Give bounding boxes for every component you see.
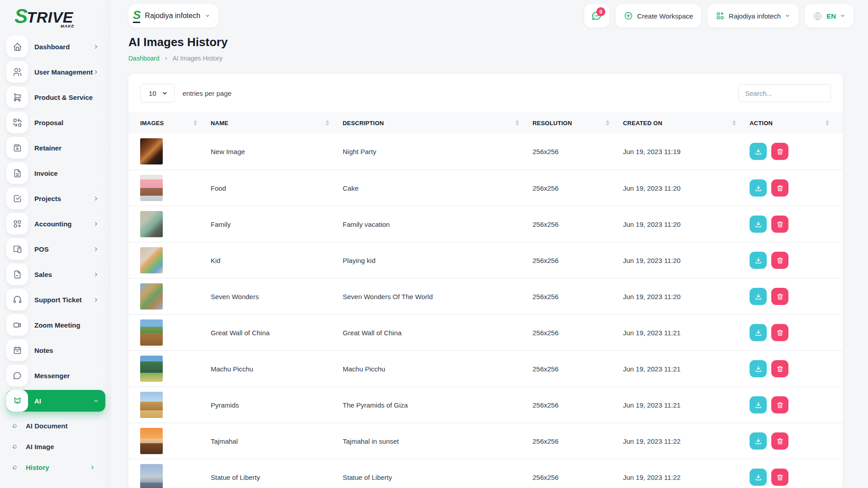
sidebar-item-pos[interactable]: POS [6,238,105,260]
delete-button[interactable] [771,179,788,197]
sidebar-item-proposal[interactable]: Proposal [6,112,105,133]
delete-button[interactable] [771,469,788,486]
sort-icon [826,120,829,126]
download-icon [755,293,762,300]
create-workspace-button[interactable]: Create Workspace [616,4,701,28]
chevron-icon [93,69,99,75]
sidebar-item-retainer[interactable]: Retainer [6,137,105,159]
ai-image-thumbnail[interactable] [140,464,163,488]
delete-button[interactable] [771,324,788,341]
ai-image-thumbnail[interactable] [140,283,163,310]
sidebar-item-user-management[interactable]: User Management [6,61,105,83]
ai-image-thumbnail[interactable] [140,138,163,164]
ai-image-thumbnail[interactable] [140,211,163,237]
sidebar-item-invoice[interactable]: Invoice [6,162,105,184]
download-button[interactable] [750,216,767,233]
delete-button[interactable] [771,143,788,160]
column-header-resolution[interactable]: RESOLUTION [533,120,623,127]
download-button[interactable] [750,396,767,413]
sidebar-item-label: Notes [34,347,99,354]
description-cell: Cake [343,184,533,192]
name-cell: Food [211,184,343,192]
delete-button[interactable] [771,396,788,413]
ai-image-thumbnail[interactable] [140,428,163,454]
entries-per-page-label: entries per page [183,89,231,97]
created-on-cell: Jun 19, 2023 11:20 [623,257,750,264]
column-header-name[interactable]: NAME [211,120,343,127]
home-icon [6,36,28,57]
column-header-description[interactable]: DESCRIPTION [343,120,533,127]
entries-per-page-select[interactable]: 10 [140,84,175,103]
video-icon [6,314,28,336]
search-input[interactable] [738,84,831,102]
sidebar-item-dashboard[interactable]: Dashboard [6,36,105,57]
language-selector[interactable]: EN [805,4,854,28]
image-cell [140,175,211,201]
sidebar-item-projects[interactable]: Projects [6,188,105,209]
delete-button[interactable] [771,288,788,305]
column-header-action[interactable]: ACTION [750,120,831,127]
chevron-icon [93,272,99,277]
description-cell: Night Party [343,148,533,155]
chat-button[interactable]: 0 [584,4,609,28]
download-button[interactable] [750,288,767,305]
file-icon [6,263,28,285]
topbar-actions: 0 Create Workspace Rajodiya infotech EN [584,4,854,28]
delete-button[interactable] [771,432,788,450]
delete-button[interactable] [771,360,788,377]
delete-button[interactable] [771,252,788,269]
sidebar-item-notes[interactable]: Notes [6,339,105,361]
download-button[interactable] [750,324,767,341]
brand-logo-text: TRIVE [27,10,73,24]
download-button[interactable] [750,179,767,197]
sidebar-item-sales[interactable]: Sales [6,263,105,285]
sidebar-item-label: Retainer [34,144,99,152]
grid-plus-icon [6,213,28,235]
column-header-created-on[interactable]: CREATED ON [623,120,750,127]
workspace-menu-button[interactable]: Rajodiya infotech [708,4,798,28]
language-code: EN [826,12,836,20]
download-button[interactable] [750,432,767,450]
sidebar-item-label: Proposal [34,119,99,127]
cart-icon [6,86,28,108]
action-cell [750,216,831,233]
ai-image-thumbnail[interactable] [140,392,163,418]
sidebar-item-label: Zoom Meeting [34,321,99,329]
column-header-images[interactable]: IMAGES [140,120,211,127]
download-button[interactable] [750,143,767,160]
breadcrumb: Dashboard AI Images History [128,55,843,62]
description-cell: Machu Picchu [343,365,533,373]
download-button[interactable] [750,360,767,377]
delete-button[interactable] [771,216,788,233]
image-cell [140,138,211,164]
trash-icon [776,148,784,155]
sidebar-subitem-ai-image[interactable]: AI Image [13,437,105,455]
ai-image-thumbnail[interactable] [140,247,163,273]
sidebar-subitem-history[interactable]: History [13,458,105,476]
sidebar-item-support-ticket[interactable]: Support Ticket [6,289,105,310]
created-on-cell: Jun 19, 2023 11:21 [623,329,750,337]
sidebar-item-accounting[interactable]: Accounting [6,213,105,235]
created-on-cell: Jun 19, 2023 11:22 [623,437,750,445]
table-row: Seven Wonders Seven Wonders Of The World… [128,278,843,314]
sidebar-subitem-ai-document[interactable]: AI Document [13,417,105,435]
chevron-right-icon [164,56,169,61]
download-button[interactable] [750,469,767,486]
resolution-cell: 256x256 [533,474,623,481]
brand-logo[interactable]: STRIVE MAKE [6,6,105,36]
ai-image-thumbnail[interactable] [140,356,163,382]
resolution-cell: 256x256 [533,401,623,409]
sidebar-item-zoom-meeting[interactable]: Zoom Meeting [6,314,105,336]
chevron-down-icon [205,13,210,19]
ai-image-thumbnail[interactable] [140,175,163,201]
page-title: AI Images History [128,35,843,49]
sidebar-item-ai[interactable]: AI [6,390,105,412]
breadcrumb-dashboard-link[interactable]: Dashboard [128,55,160,62]
sidebar-item-product-service[interactable]: Product & Service [6,86,105,108]
workspace-switcher[interactable]: S Rajodiya infotech [128,4,218,28]
sidebar-item-messenger[interactable]: Messenger [6,365,105,386]
ai-image-thumbnail[interactable] [140,319,163,346]
trash-icon [776,221,784,228]
download-button[interactable] [750,252,767,269]
sidebar-item-label: Sales [34,271,93,278]
